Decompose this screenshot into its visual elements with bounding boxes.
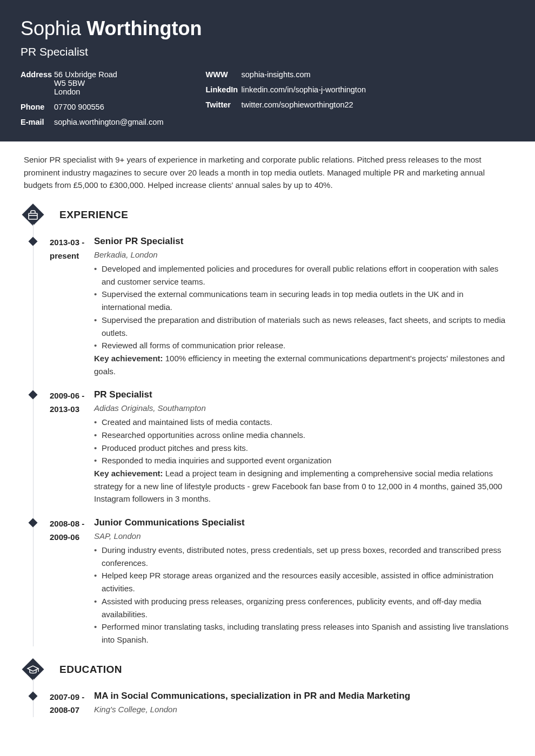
bullet: Supervised the external communications t…: [94, 288, 509, 313]
contact-value: sophia-insights.com: [242, 70, 311, 79]
contacts-left: Address 56 Uxbridge Road W5 5BW London P…: [21, 70, 164, 126]
bullet: Performed minor translating tasks, inclu…: [94, 620, 509, 646]
entry-body: PR Specialist Adidas Originals, Southamp…: [94, 389, 535, 505]
entry-bullets: During industry events, distributed note…: [94, 544, 509, 646]
contact-label: Phone: [21, 103, 54, 111]
resume-header: Sophia Worthington PR Specialist Address…: [0, 0, 535, 141]
svg-rect-0: [22, 204, 44, 226]
contact-value: sophia.worthington@gmail.com: [54, 118, 164, 126]
bullet: Developed and implemented policies and p…: [94, 262, 509, 288]
section-title: EXPERIENCE: [59, 209, 128, 221]
entry-company: SAP, London: [94, 531, 509, 541]
entry-achievement: Key achievement: Lead a project team in …: [94, 467, 509, 505]
entry-date: 2009-06 - 2013-03: [50, 389, 94, 505]
summary: Senior PR specialist with 9+ years of ex…: [0, 153, 535, 192]
entry-title: Junior Communications Specialist: [94, 517, 509, 528]
entry-bullets: Created and maintained lists of media co…: [94, 416, 509, 467]
contact-label: LinkedIn: [206, 85, 242, 94]
bullet: Helped keep PR storage areas organized a…: [94, 569, 509, 595]
education-timeline: 2007-09 - 2008-07 MA in Social Communica…: [32, 691, 535, 718]
entry-achievement: Key achievement: 100% efficiency in meet…: [94, 352, 509, 377]
job-title: PR Specialist: [21, 45, 514, 58]
entry-date: 2008-08 - 2009-06: [50, 517, 94, 646]
experience-timeline: 2013-03 - present Senior PR Specialist B…: [32, 236, 535, 646]
achievement-label: Key achievement:: [94, 354, 163, 363]
contacts: Address 56 Uxbridge Road W5 5BW London P…: [21, 70, 514, 126]
education-entry: 2007-09 - 2008-07 MA in Social Communica…: [32, 691, 535, 718]
bullet: Reviewed all forms of communication prio…: [94, 339, 509, 352]
bullet: Supervised the preparation and distribut…: [94, 314, 509, 339]
contact-linkedin: LinkedIn linkedin.com/in/sophia-j-worthi…: [206, 85, 366, 94]
bullet: Assisted with producing press releases, …: [94, 595, 509, 620]
contact-label: WWW: [206, 70, 242, 79]
entry-body: MA in Social Communications, specializat…: [94, 691, 535, 718]
experience-entry: 2008-08 - 2009-06 Junior Communications …: [32, 517, 535, 646]
entry-body: Junior Communications Specialist SAP, Lo…: [94, 517, 535, 646]
graduation-cap-icon: [22, 658, 44, 681]
first-name: Sophia: [21, 17, 81, 39]
contact-twitter: Twitter twitter.com/sophieworthington22: [206, 100, 366, 109]
bullet: Created and maintained lists of media co…: [94, 416, 509, 429]
contacts-right: WWW sophia-insights.com LinkedIn linkedi…: [206, 70, 366, 126]
entry-title: Senior PR Specialist: [94, 236, 509, 247]
contact-phone: Phone 07700 900556: [21, 103, 164, 111]
experience-entry: 2013-03 - present Senior PR Specialist B…: [32, 236, 535, 377]
section-head-experience: EXPERIENCE: [0, 204, 535, 226]
contact-value: 07700 900556: [54, 103, 104, 111]
entry-bullets: Developed and implemented policies and p…: [94, 262, 509, 352]
section-head-education: EDUCATION: [0, 658, 535, 681]
contact-value: twitter.com/sophieworthington22: [242, 100, 353, 109]
achievement-label: Key achievement:: [94, 469, 163, 478]
contact-label: Address: [21, 70, 54, 96]
entry-body: Senior PR Specialist Berkadia, London De…: [94, 236, 535, 377]
entry-date: 2007-09 - 2008-07: [50, 691, 94, 718]
bullet: Produced product pitches and press kits.: [94, 442, 509, 455]
entry-school: King's College, London: [94, 705, 509, 714]
contact-label: E-mail: [21, 118, 54, 126]
entry-company: Berkadia, London: [94, 250, 509, 259]
contact-email: E-mail sophia.worthington@gmail.com: [21, 118, 164, 126]
contact-value: linkedin.com/in/sophia-j-worthington: [242, 85, 366, 94]
contact-label: Twitter: [206, 100, 242, 109]
svg-rect-3: [22, 658, 44, 680]
full-name: Sophia Worthington: [21, 17, 514, 40]
experience-entry: 2009-06 - 2013-03 PR Specialist Adidas O…: [32, 389, 535, 505]
bullet: Researched opportunities across online m…: [94, 429, 509, 442]
briefcase-icon: [22, 204, 44, 226]
entry-title: PR Specialist: [94, 389, 509, 400]
bullet: Responded to media inquiries and support…: [94, 454, 509, 467]
entry-date: 2013-03 - present: [50, 236, 94, 377]
contact-www: WWW sophia-insights.com: [206, 70, 366, 79]
contact-address: Address 56 Uxbridge Road W5 5BW London: [21, 70, 164, 96]
bullet: During industry events, distributed note…: [94, 544, 509, 569]
contact-value: 56 Uxbridge Road W5 5BW London: [54, 70, 117, 96]
entry-company: Adidas Originals, Southampton: [94, 403, 509, 413]
entry-title: MA in Social Communications, specializat…: [94, 691, 509, 701]
section-title: EDUCATION: [59, 664, 122, 676]
resume-body: Senior PR specialist with 9+ years of ex…: [0, 141, 535, 745]
last-name: Worthington: [86, 17, 202, 39]
